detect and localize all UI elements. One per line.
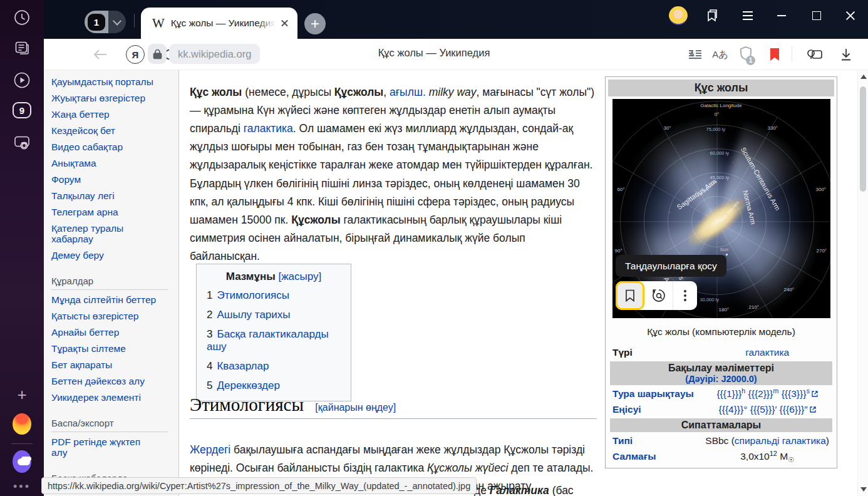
scrollbar-thumb[interactable]	[860, 86, 866, 192]
close-button[interactable]	[840, 6, 860, 26]
wiki-sidebar: Қауымдастық порталы Жуықтағы өзгерістер …	[44, 70, 179, 496]
reader-mode-icon[interactable]: A	[686, 45, 705, 64]
section-heading-row: Этимологиясы [қайнарын өңдеу]	[190, 395, 597, 419]
sidebar-add-icon[interactable]: +	[13, 385, 31, 404]
galaxy-label-300deg: 300°	[816, 187, 827, 192]
sidebar-link[interactable]: Уикидерек элементі	[51, 392, 178, 403]
tab-list-dropdown[interactable]	[108, 11, 126, 33]
table-of-contents: Мазмұны [жасыру] 1Этимологиясы 2Ашылу та…	[196, 264, 351, 401]
intro-paragraph: Құс жолы (немесе, дұрысы Құсжолы, ағылш.…	[190, 83, 598, 266]
sidebar-link[interactable]: Жуықтағы өзгерістер	[51, 93, 178, 103]
toc-link[interactable]: Квазарлар	[217, 360, 269, 372]
tab-counter[interactable]: 1	[85, 11, 126, 33]
minimize-button[interactable]	[772, 6, 792, 26]
maximize-button[interactable]	[807, 6, 827, 26]
sidebar-link[interactable]: Демеу беру	[51, 250, 178, 261]
yandex-services-icon[interactable]: Я	[126, 45, 145, 64]
sidebar-link[interactable]: Қауымдастық порталы	[51, 76, 178, 87]
link-galaxy[interactable]: галактика	[244, 122, 293, 135]
characteristics-header: Сипаттамалары	[610, 418, 832, 432]
article-bold-term: Құс жолы	[190, 86, 242, 98]
web-content: Қауымдастық порталы Жуықтағы өзгерістер …	[44, 70, 868, 496]
galaxy-label-240deg: 240°	[784, 287, 795, 292]
feed-panels-icon[interactable]	[13, 38, 31, 57]
sidebar-link[interactable]: Бет ақпараты	[51, 359, 178, 370]
sidebar-link[interactable]: Анықтама	[51, 158, 178, 168]
galaxy-label-330deg: 330°	[768, 125, 778, 131]
translate-icon[interactable]: Aあ	[711, 45, 730, 64]
toc-link[interactable]: Ашылу тарихы	[217, 309, 290, 321]
status-bar-url: https://kk.wikipedia.org/wiki/Сурет:Arti…	[41, 477, 477, 494]
ra-value-link[interactable]: {{{1}}}h {{{2}}}m {{{3}}}s	[716, 388, 817, 399]
sidebar-link[interactable]: Арнайы беттер	[51, 327, 178, 338]
bookmark-red-icon[interactable]	[765, 45, 784, 64]
history-clock-icon[interactable]	[13, 8, 31, 27]
sidebar-link[interactable]: Қателер туралы хабарлау	[51, 223, 158, 244]
back-icon[interactable]	[91, 45, 110, 64]
image-more-button[interactable]	[673, 281, 697, 310]
extensions-icon[interactable]	[805, 45, 824, 64]
red-link-spiral-galaxy[interactable]: спиральді галактика	[735, 435, 826, 446]
yandex-mail-icon[interactable]	[13, 415, 31, 433]
sidebar-link[interactable]: Талқылау легі	[51, 190, 178, 201]
toc-link[interactable]: Дереккөздер	[217, 380, 279, 391]
cloud-service-icon[interactable]	[13, 452, 31, 471]
toc-link[interactable]: Басқа галактикаларды ашу	[207, 328, 329, 353]
video-play-icon[interactable]	[13, 71, 31, 90]
toc-item: 1Этимологиясы	[207, 289, 351, 302]
sidebar-link[interactable]: Тұрақты сілтеме	[51, 343, 178, 354]
browser-window: 9 + ••• 1 W Құс жолы — Уикипедия +	[0, 0, 868, 496]
sidebar-link[interactable]: Мұнда сілтейтін беттер	[51, 294, 178, 305]
tab-groups-badge[interactable]: 9	[13, 101, 31, 120]
menu-icon[interactable]	[738, 6, 758, 26]
sidebar-link[interactable]: Видео сабақтар	[51, 142, 178, 152]
scroll-down-arrow[interactable]	[860, 487, 867, 492]
bookmarks-panel-icon[interactable]	[701, 6, 721, 26]
sidebar-link[interactable]: PDF ретінде жүктеп алу	[51, 437, 155, 458]
tab-counter-value: 1	[88, 14, 105, 31]
sidebar-divider	[11, 443, 33, 444]
bookmark-image-button[interactable]	[616, 281, 644, 310]
sidebar-link[interactable]: Телеграм арна	[51, 207, 178, 217]
edit-section-link[interactable]: [қайнарын өңдеу]	[315, 402, 396, 413]
section-heading: Этимологиясы	[190, 395, 304, 415]
url-text: kk.wikipedia.org	[178, 48, 251, 60]
download-icon[interactable]	[837, 45, 855, 64]
profile-avatar[interactable]	[668, 6, 688, 26]
active-tab[interactable]: W Құс жолы — Уикипедия	[141, 8, 297, 39]
sidebar-link[interactable]: Кездейсоқ бет	[51, 125, 178, 136]
scroll-up-arrow[interactable]	[860, 75, 867, 79]
address-bar[interactable]: kk.wikipedia.org	[169, 44, 260, 64]
page-title: Құс жолы — Уикипедия	[378, 47, 490, 59]
epoch-link[interactable]: (Дәуірі: J2000.0)	[612, 374, 830, 384]
toc-link[interactable]: Этимологиясы	[217, 289, 289, 301]
sidebar-more-icon[interactable]: •••	[13, 477, 31, 496]
toolbar-divider	[792, 46, 792, 62]
galaxy-label-30kly: 30,000 ly	[700, 297, 719, 302]
image-search-icon	[651, 288, 666, 303]
new-tab-button[interactable]: +	[304, 13, 326, 34]
image-search-button[interactable]	[644, 281, 673, 310]
dec-value-link[interactable]: {{{4}}}° {{{5}}}′ {{{6}}}″	[719, 404, 816, 415]
tabstrip-divider	[134, 14, 135, 28]
link-earth[interactable]: Жердегі	[190, 443, 230, 456]
avatar	[669, 6, 688, 25]
page-scrollbar[interactable]	[857, 70, 868, 496]
link-galaxy-type[interactable]: галактика	[745, 347, 789, 358]
sidebar-link[interactable]: Беттен дәйексөз алу	[51, 376, 178, 386]
sidebar-link[interactable]: Жаңа беттер	[51, 109, 178, 120]
link-english[interactable]: ағылш.	[390, 86, 426, 98]
screenshot-camera-icon[interactable]	[13, 133, 31, 152]
toc-hide-link[interactable]: [жасыру]	[278, 271, 321, 282]
toc-item: 2Ашылу тарихы	[207, 309, 351, 321]
sidebar-link[interactable]: Форум	[51, 174, 178, 185]
lock-icon[interactable]	[148, 44, 167, 64]
bookmark-icon	[625, 289, 635, 302]
row-label: Типі	[610, 434, 700, 448]
galaxy-label-60kly: 60,000 ly	[710, 150, 729, 156]
shield-icon[interactable]: 1	[736, 45, 755, 64]
galaxy-label-180deg: 180°	[719, 307, 730, 313]
sidebar-link[interactable]: Қатысты өзгерістер	[51, 311, 178, 321]
tab-close-icon[interactable]	[279, 17, 291, 29]
galaxy-label-sun: Sun	[720, 247, 728, 252]
